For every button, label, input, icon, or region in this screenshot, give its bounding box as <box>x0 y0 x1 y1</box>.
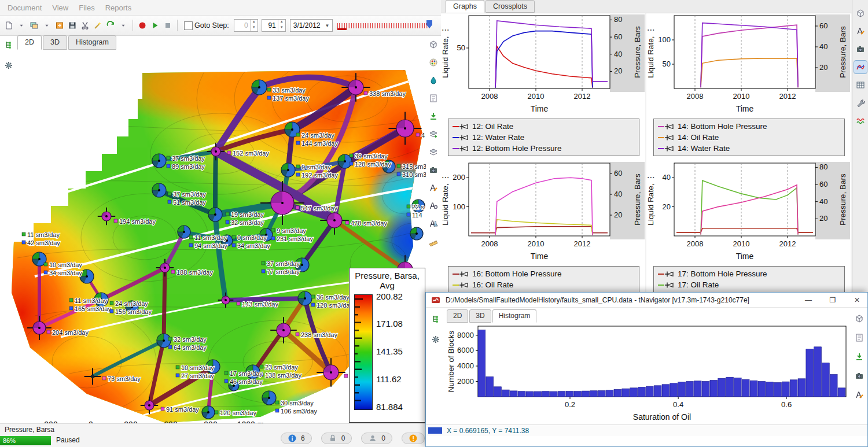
producer-well[interactable] <box>262 391 276 405</box>
legend-entry[interactable]: 14: Oil Rate <box>658 132 840 143</box>
layers-icon[interactable] <box>427 146 440 158</box>
hw-tab-histogram[interactable]: Histogram <box>492 309 537 323</box>
svg-text:547 sm3/day: 547 sm3/day <box>301 205 337 212</box>
tab-2d[interactable]: 2D <box>17 35 42 50</box>
producer-well[interactable] <box>208 208 222 221</box>
dropdown-caret-icon[interactable] <box>117 19 130 32</box>
images-icon[interactable] <box>28 19 41 32</box>
refresh-icon[interactable] <box>104 19 117 32</box>
menu-item-files[interactable]: Files <box>73 2 100 14</box>
dropdown-caret-icon[interactable] <box>15 19 28 32</box>
stop-icon[interactable] <box>161 19 174 32</box>
tree-icon[interactable] <box>2 38 15 51</box>
legend-well-12: 12: Oil Rate12: Water Rate12: Bottom Hol… <box>448 119 639 156</box>
counter-warning-icon[interactable] <box>402 433 425 444</box>
chart-well-12[interactable]: 2008201020125020406080Liquid Rate, ⋮Pres… <box>441 13 645 116</box>
goto-step-spinner[interactable]: 0▲▼ <box>234 19 258 32</box>
text-edit-icon[interactable] <box>853 389 866 401</box>
table-icon[interactable] <box>854 79 867 91</box>
text-edit-icon[interactable] <box>427 182 440 194</box>
legend-entry[interactable]: 16: Bottom Hole Pressure <box>453 268 635 279</box>
chart-well-16[interactable]: 200820102012100200204060Liquid Rate, ⋮Pr… <box>441 161 645 264</box>
download-icon[interactable] <box>427 110 440 123</box>
producer-well[interactable] <box>152 154 166 168</box>
date-combobox[interactable]: 3/1/2012▼ <box>290 19 333 32</box>
svg-text:Pressure, Bars: Pressure, Bars <box>633 26 642 78</box>
text-gear-icon[interactable] <box>427 200 440 212</box>
legend-entry[interactable]: 14: Bottom Hole Pressure <box>658 121 840 132</box>
play-icon[interactable] <box>149 19 161 32</box>
record-icon[interactable] <box>136 19 149 32</box>
legend-entry[interactable]: 17: Bottom Hole Pressure <box>658 268 840 279</box>
producer-well[interactable] <box>298 291 312 305</box>
menu-item-view[interactable]: View <box>47 2 73 14</box>
producer-well[interactable] <box>202 406 215 419</box>
menu-item-reports[interactable]: Reports <box>100 2 137 14</box>
svg-text:Time: Time <box>531 104 549 113</box>
svg-text:200: 200 <box>453 173 465 182</box>
legend-entry[interactable]: 12: Oil Rate <box>453 121 635 132</box>
tab-3d[interactable]: 3D <box>43 35 67 50</box>
legend-entry[interactable]: 14: Water Rate <box>658 143 840 154</box>
svg-text:46 sm3/day: 46 sm3/day <box>230 378 263 385</box>
producer-well[interactable] <box>410 227 423 240</box>
camera-icon[interactable] <box>853 370 866 382</box>
timeline-handle[interactable] <box>426 20 432 25</box>
text-edit-icon[interactable] <box>854 25 867 38</box>
producer-well[interactable] <box>152 183 166 197</box>
wrench-icon[interactable] <box>854 97 867 109</box>
goto-step-checkbox[interactable] <box>184 21 193 30</box>
tab-histogram[interactable]: Histogram <box>68 35 116 50</box>
counter-user-icon[interactable]: 0 <box>361 433 392 444</box>
camera-icon[interactable] <box>854 43 867 56</box>
histogram-window: D:/Models/SmallFaultedModelHistory/fault… <box>425 292 868 447</box>
tree-icon[interactable] <box>429 312 442 325</box>
legend-entry[interactable]: 16: Oil Rate <box>453 279 635 290</box>
close-button[interactable]: ✕ <box>847 293 867 307</box>
new-doc-icon[interactable] <box>2 19 15 32</box>
camera-icon[interactable] <box>427 164 440 176</box>
cube-icon[interactable] <box>853 312 866 325</box>
timeline-slider[interactable] <box>337 20 434 31</box>
gear-icon[interactable] <box>429 333 442 346</box>
squiggle-icon[interactable] <box>854 114 867 127</box>
legend-entry[interactable]: 17: Oil Rate <box>658 279 840 290</box>
droplet-icon[interactable] <box>427 74 440 87</box>
chart-well-17[interactable]: 200820102012204020406080Liquid Rate, ⋮Pr… <box>646 161 851 264</box>
export-icon[interactable] <box>53 19 66 32</box>
tab-crossplots[interactable]: Crossplots <box>486 0 535 13</box>
saturation-histogram[interactable]: 20004000600080000.20.40.6Number of Block… <box>446 324 851 423</box>
text-flask-icon[interactable] <box>427 217 440 230</box>
notes-icon[interactable] <box>853 331 866 344</box>
hw-tab-3d[interactable]: 3D <box>469 309 491 323</box>
svg-text:33 sm3/day: 33 sm3/day <box>273 87 306 94</box>
counter-info-icon[interactable]: 6 <box>281 433 312 444</box>
notes-icon[interactable] <box>427 92 440 105</box>
cut-icon[interactable] <box>79 19 91 32</box>
minimize-button[interactable]: — <box>798 293 819 307</box>
palette-icon[interactable] <box>427 56 440 69</box>
legend-entry[interactable]: 12: Bottom Hole Pressure <box>453 143 635 154</box>
menu-item-document[interactable]: Document <box>2 2 47 14</box>
producer-well[interactable] <box>252 80 267 95</box>
save-icon[interactable] <box>66 19 79 32</box>
legend-entry[interactable]: 12: Water Rate <box>453 132 635 143</box>
counter-lock-icon[interactable]: 0 <box>321 433 352 444</box>
measure-icon[interactable] <box>427 235 440 248</box>
gear-icon[interactable] <box>2 59 15 72</box>
producer-well[interactable] <box>178 226 190 238</box>
cube-icon[interactable] <box>427 38 440 51</box>
tab-graphs[interactable]: Graphs <box>446 0 484 13</box>
curves-icon[interactable] <box>854 61 867 73</box>
hw-tab-2d[interactable]: 2D <box>447 309 468 323</box>
current-step-spinner[interactable]: 91▲▼ <box>262 19 286 32</box>
layers-add-icon[interactable] <box>427 128 440 141</box>
window-title-bar[interactable]: D:/Models/SmallFaultedModelHistory/fault… <box>426 293 867 308</box>
wand-icon[interactable] <box>91 19 104 32</box>
download-icon[interactable] <box>853 350 866 363</box>
producer-well[interactable] <box>281 163 295 177</box>
chart-well-14[interactable]: 20082010201250100204060Liquid Rate, ⋮Pre… <box>646 13 851 116</box>
maximize-button[interactable]: ❐ <box>822 293 843 307</box>
dropdown-caret-icon[interactable] <box>41 19 53 32</box>
cube-icon[interactable] <box>854 7 867 20</box>
